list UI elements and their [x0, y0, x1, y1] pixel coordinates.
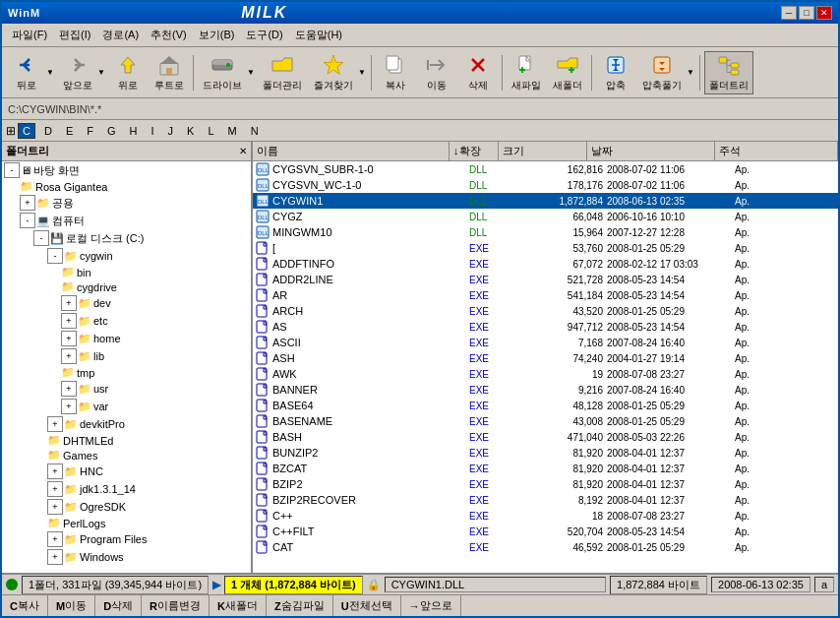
drive-item-I[interactable]: I — [147, 123, 159, 139]
forward-button[interactable]: 앞으로 — [57, 51, 96, 94]
file-row-15[interactable]: BASE64EXE48,1282008-01-25 05:29Ap. — [253, 398, 838, 413]
up-button[interactable]: 위로 — [108, 51, 148, 94]
expander-dev[interactable]: + — [61, 295, 77, 311]
file-row-21[interactable]: BZIP2RECOVEREXE8,1922008-04-01 12:37Ap. — [253, 492, 838, 508]
tree-item-games[interactable]: 📁 Games — [2, 448, 251, 463]
tree-item-hnc[interactable]: + 📁 HNC — [2, 463, 251, 480]
tree-item-local-c[interactable]: - 💾 로컬 디스크 (C:) — [2, 229, 251, 247]
decompress-button[interactable]: 압축풀기 — [637, 51, 686, 94]
folder-panel-close[interactable]: ✕ — [239, 146, 247, 156]
tree-item-devkitpro[interactable]: + 📁 devkitPro — [2, 415, 251, 433]
file-row-18[interactable]: BUNZIP2EXE81,9202008-04-01 12:37Ap. — [253, 445, 838, 461]
forward-dropdown[interactable]: ▼ — [96, 51, 106, 94]
drive-item-F[interactable]: F — [82, 123, 98, 139]
back-button[interactable]: 뒤로 — [6, 51, 45, 94]
drive-item-D[interactable]: D — [39, 123, 57, 139]
tree-item-jdk[interactable]: + 📁 jdk1.3.1_14 — [2, 480, 251, 498]
menu-item-f[interactable]: 파일(F) — [6, 26, 53, 44]
file-row-19[interactable]: BZCATEXE81,9202008-04-01 12:37Ap. — [253, 461, 838, 476]
tree-item-ogre[interactable]: + 📁 OgreSDK — [2, 498, 251, 516]
shortcut-copy[interactable]: C 복사 — [2, 595, 48, 616]
shortcut-hidden[interactable]: Z 숨김파일 — [267, 595, 333, 616]
expander-cygwin[interactable]: - — [47, 248, 63, 264]
col-header-name[interactable]: 이름 — [253, 142, 450, 160]
file-row-11[interactable]: ASCIIEXE7,1682007-08-24 16:40Ap. — [253, 335, 838, 350]
menu-item-b[interactable]: 보기(B) — [193, 26, 241, 44]
compress-button[interactable]: 압축 — [596, 51, 635, 94]
expander-etc[interactable]: + — [61, 313, 77, 329]
file-row-14[interactable]: BANNEREXE9,2162007-08-24 16:40Ap. — [253, 382, 838, 398]
file-row-12[interactable]: ASHEXE74,2402004-01-27 19:14Ap. — [253, 350, 838, 366]
tree-item-desktop[interactable]: - 🖥 바탕 화면 — [2, 161, 251, 179]
tree-item-home[interactable]: + 📁 home — [2, 330, 251, 347]
expander-windows[interactable]: + — [47, 549, 63, 565]
file-row-13[interactable]: AWKEXE192008-07-08 23:27Ap. — [253, 366, 838, 382]
tree-item-program[interactable]: + 📁 Program Files — [2, 530, 251, 548]
menu-item-h[interactable]: 도움말(H) — [289, 26, 348, 44]
expander-hnc[interactable]: + — [47, 464, 63, 479]
file-row-4[interactable]: DLLMINGWM10DLL15,9642007-12-27 12:28Ap. — [253, 224, 838, 240]
col-header-ext[interactable]: ↓확장 — [450, 142, 499, 160]
expander-usr[interactable]: + — [61, 381, 77, 397]
drive-item-G[interactable]: G — [102, 123, 121, 139]
close-button[interactable]: ✕ — [816, 6, 832, 20]
tree-item-usr[interactable]: + 📁 usr — [2, 380, 251, 398]
fav-dropdown[interactable]: ▼ — [357, 51, 367, 94]
file-row-16[interactable]: BASENAMEEXE43,0082008-01-25 05:29Ap. — [253, 413, 838, 429]
drive-item-L[interactable]: L — [203, 123, 218, 139]
drive-item-N[interactable]: N — [246, 123, 264, 139]
expander-program[interactable]: + — [47, 531, 63, 547]
menu-item-v[interactable]: 추천(V) — [145, 26, 193, 44]
expander-ogre[interactable]: + — [47, 499, 63, 515]
drive-item-M[interactable]: M — [223, 123, 242, 139]
delete-button[interactable]: 삭제 — [458, 51, 498, 94]
shortcut-selectall[interactable]: U 전체선택 — [333, 595, 401, 616]
tree-item-lib[interactable]: + 📁 lib — [2, 347, 251, 365]
minimize-button[interactable]: ─ — [781, 6, 797, 20]
file-row-1[interactable]: DLLCYGSVN_WC-1-0DLL178,1762008-07-02 11:… — [253, 177, 838, 193]
maximize-button[interactable]: □ — [799, 6, 814, 20]
drive-dropdown[interactable]: ▼ — [246, 51, 256, 94]
file-list[interactable]: DLLCYGSVN_SUBR-1-0DLL162,8162008-07-02 1… — [253, 161, 838, 573]
drive-button[interactable]: 드라이브 — [198, 51, 246, 94]
tree-item-rosa[interactable]: 📁 Rosa Gigantea — [2, 179, 251, 194]
expander-computer[interactable]: - — [20, 213, 35, 228]
shortcut-move[interactable]: M 이동 — [48, 595, 95, 616]
file-row-2[interactable]: DLLCYGWIN1DLL1,872,8842008-06-13 02:35Ap… — [253, 193, 838, 209]
tree-item-cygwin[interactable]: - 📁 cygwin — [2, 247, 251, 265]
file-row-7[interactable]: ADDR2LINEEXE521,7282008-05-23 14:54Ap. — [253, 272, 838, 287]
expander-var[interactable]: + — [61, 399, 77, 414]
expander-desktop[interactable]: - — [4, 162, 20, 178]
new-file-button[interactable]: 새파일 — [507, 51, 546, 94]
shortcut-rename[interactable]: R 이름변경 — [142, 595, 210, 616]
favorite-button[interactable]: 즐겨찾기 — [309, 51, 357, 94]
tree-item-etc[interactable]: + 📁 etc — [2, 312, 251, 330]
file-row-6[interactable]: ADDFTINFOEXE67,0722008-02-12 17 03:03Ap. — [253, 256, 838, 272]
col-header-size[interactable]: 크기 — [499, 142, 587, 160]
file-row-17[interactable]: BASHEXE471,0402008-05-03 22:26Ap. — [253, 429, 838, 445]
expander-devkitpro[interactable]: + — [47, 416, 63, 432]
tree-item-var[interactable]: + 📁 var — [2, 398, 251, 415]
file-row-20[interactable]: BZIP2EXE81,9202008-04-01 12:37Ap. — [253, 476, 838, 492]
expander-share[interactable]: + — [20, 195, 35, 211]
drive-item-C[interactable]: C — [18, 123, 35, 139]
drive-item-J[interactable]: J — [163, 123, 179, 139]
tree-item-tmp[interactable]: 📁 tmp — [2, 365, 251, 380]
file-row-9[interactable]: ARCHEXE43,5202008-01-25 05:29Ap. — [253, 303, 838, 319]
copy-button[interactable]: 복사 — [376, 51, 415, 94]
file-row-0[interactable]: DLLCYGSVN_SUBR-1-0DLL162,8162008-07-02 1… — [253, 161, 838, 177]
expander-lib[interactable]: + — [61, 348, 77, 364]
tree-item-windows[interactable]: + 📁 Windows — [2, 548, 251, 566]
drive-item-E[interactable]: E — [61, 123, 78, 139]
tree-item-share[interactable]: + 📁 공용 — [2, 194, 251, 212]
folder-mgr-button[interactable]: 폴더관리 — [258, 51, 307, 94]
shortcut-delete[interactable]: D 삭제 — [95, 595, 142, 616]
back-dropdown[interactable]: ▼ — [45, 51, 55, 94]
decompress-dropdown[interactable]: ▼ — [686, 51, 695, 94]
drive-item-K[interactable]: K — [182, 123, 199, 139]
menu-item-a[interactable]: 경로(A) — [96, 26, 145, 44]
col-header-date[interactable]: 날짜 — [587, 142, 715, 160]
tree-item-dhtmled[interactable]: 📁 DHTMLEd — [2, 433, 251, 448]
expander-home[interactable]: + — [61, 331, 77, 346]
file-row-10[interactable]: ASEXE947,7122008-05-23 14:54Ap. — [253, 319, 838, 335]
